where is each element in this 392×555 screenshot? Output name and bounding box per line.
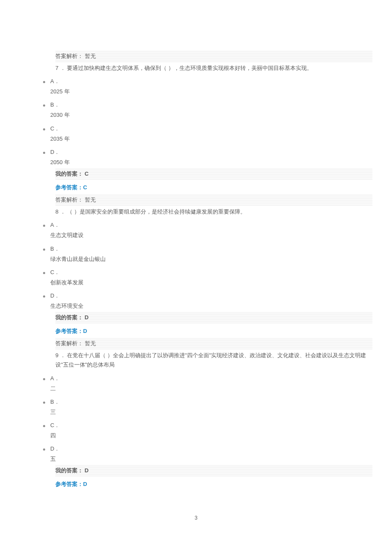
my-answer-letter: D bbox=[83, 314, 89, 321]
reference-answer: 参考答案：D bbox=[55, 327, 372, 336]
bullet-icon bbox=[43, 152, 45, 154]
option-letter: D． bbox=[50, 291, 372, 301]
option-text: 二 bbox=[50, 384, 372, 393]
option-letter: B． bbox=[50, 244, 372, 254]
option-letter: C． bbox=[50, 124, 372, 133]
option-letter: C． bbox=[50, 268, 372, 277]
bullet-icon bbox=[43, 272, 45, 274]
option-text: 生态文明建设 bbox=[50, 231, 372, 240]
my-answer-letter: D bbox=[83, 467, 89, 474]
option-text: 2030 年 bbox=[50, 110, 372, 120]
option-letter: B． bbox=[50, 397, 372, 407]
page-content: 答案解析： 暂无 7 ． 要通过加快构建生态文明体系，确保到（ ），生态环境质量… bbox=[55, 0, 372, 489]
question-number: 9 ． bbox=[55, 352, 66, 358]
option-row: A． 二 bbox=[55, 374, 372, 393]
my-answer-letter: C bbox=[83, 171, 89, 177]
option-row: B． 三 bbox=[55, 397, 372, 417]
bullet-icon bbox=[43, 402, 45, 404]
my-answer-label: 我的答案： bbox=[55, 467, 83, 474]
question-number: 8 ． bbox=[55, 208, 66, 215]
option-letter: D． bbox=[50, 444, 372, 454]
option-row: C． 2035 年 bbox=[55, 124, 372, 144]
option-letter: A． bbox=[50, 374, 372, 383]
page-number: 3 bbox=[0, 514, 392, 522]
reference-answer: 参考答案：C bbox=[55, 183, 372, 192]
my-answer: 我的答案： C bbox=[55, 168, 372, 180]
my-answer-label: 我的答案： bbox=[55, 314, 83, 321]
option-letter: C． bbox=[50, 421, 372, 430]
option-text: 三 bbox=[50, 408, 372, 417]
bullet-icon bbox=[43, 295, 45, 298]
my-answer: 我的答案： D bbox=[55, 465, 372, 477]
question-body: 在党在十八届（ ）全会上明确提出了以协调推进"四个全面"实现经济建设、政治建设、… bbox=[55, 352, 366, 368]
answer-explanation: 答案解析： 暂无 bbox=[55, 50, 372, 62]
question-body: （ ）是国家安全的重要组成部分，是经济社会持续健康发展的重要保障。 bbox=[66, 208, 246, 215]
bullet-icon bbox=[43, 378, 45, 380]
answer-explanation: 答案解析： 暂无 bbox=[55, 338, 372, 350]
option-text: 绿水青山就是金山银山 bbox=[50, 254, 372, 264]
option-text: 四 bbox=[50, 431, 372, 440]
option-letter: A． bbox=[50, 77, 372, 86]
explanation-text: 答案解析： 暂无 bbox=[55, 340, 96, 347]
option-row: A． 2025 年 bbox=[55, 77, 372, 96]
option-text: 五 bbox=[50, 454, 372, 464]
option-text: 生态环境安全 bbox=[50, 301, 372, 311]
option-row: D． 2050 年 bbox=[55, 147, 372, 167]
option-letter: A． bbox=[50, 220, 372, 230]
explanation-text: 答案解析： 暂无 bbox=[55, 197, 96, 203]
option-row: A． 生态文明建设 bbox=[55, 220, 372, 240]
option-letter: B． bbox=[50, 100, 372, 110]
option-text: 创新改革发展 bbox=[50, 278, 372, 287]
my-answer-label: 我的答案： bbox=[55, 171, 83, 177]
bullet-icon bbox=[43, 81, 45, 83]
reference-answer: 参考答案：D bbox=[55, 480, 372, 489]
option-row: B． 绿水青山就是金山银山 bbox=[55, 244, 372, 264]
my-answer: 我的答案： D bbox=[55, 312, 372, 324]
option-text: 2025 年 bbox=[50, 87, 372, 96]
question-stem: 7 ． 要通过加快构建生态文明体系，确保到（ ），生态环境质量实现根本好转，美丽… bbox=[55, 64, 372, 73]
option-letter: D． bbox=[50, 147, 372, 157]
option-row: C． 创新改革发展 bbox=[55, 268, 372, 287]
question-body: 要通过加快构建生态文明体系，确保到（ ），生态环境质量实现根本好转，美丽中国目标… bbox=[66, 65, 312, 71]
bullet-icon bbox=[43, 104, 45, 107]
question-stem: 9 ． 在党在十八届（ ）全会上明确提出了以协调推进"四个全面"实现经济建设、政… bbox=[55, 351, 372, 370]
option-text: 2050 年 bbox=[50, 158, 372, 167]
answer-explanation: 答案解析： 暂无 bbox=[55, 194, 372, 206]
bullet-icon bbox=[43, 249, 45, 251]
explanation-text: 答案解析： 暂无 bbox=[55, 53, 96, 59]
option-text: 2035 年 bbox=[50, 134, 372, 144]
bullet-icon bbox=[43, 128, 45, 130]
question-stem: 8 ． （ ）是国家安全的重要组成部分，是经济社会持续健康发展的重要保障。 bbox=[55, 207, 372, 217]
question-number: 7 ． bbox=[55, 65, 66, 71]
bullet-icon bbox=[43, 225, 45, 227]
bullet-icon bbox=[43, 425, 45, 427]
option-row: B． 2030 年 bbox=[55, 100, 372, 120]
option-row: D． 生态环境安全 bbox=[55, 291, 372, 311]
option-row: C． 四 bbox=[55, 421, 372, 440]
bullet-icon bbox=[43, 448, 45, 451]
option-row: D． 五 bbox=[55, 444, 372, 464]
